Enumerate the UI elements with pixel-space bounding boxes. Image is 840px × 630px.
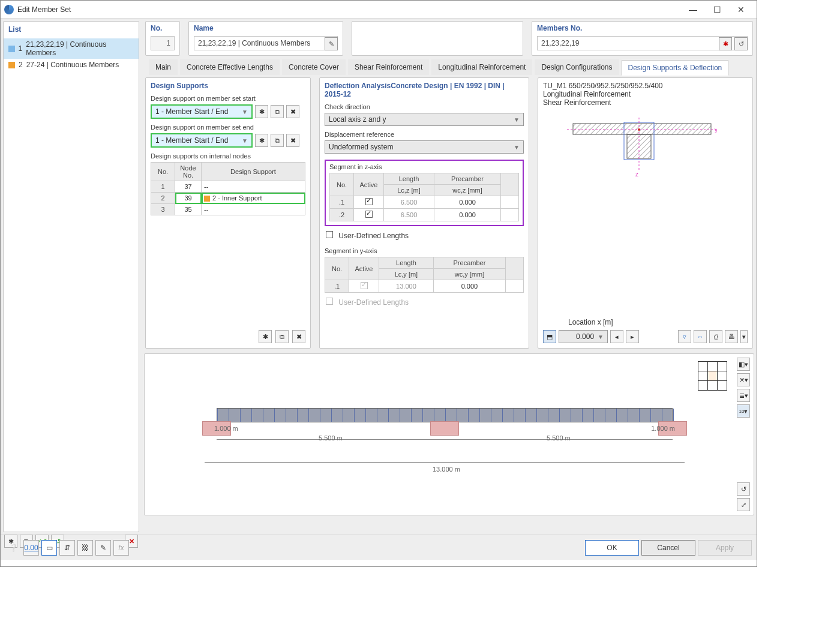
segment-z-table[interactable]: No. Active Length Precamber Lc,z [m] wc,… — [329, 173, 519, 221]
tab-concrete-cover[interactable]: Concrete Cover — [282, 59, 346, 75]
check-direction-dd[interactable]: Local axis z and y▼ — [325, 113, 524, 126]
udl-y-row: User-Defined Lengths — [326, 298, 524, 307]
active-checkbox — [361, 282, 368, 289]
new-support-icon[interactable]: ✱ — [255, 134, 268, 147]
print-icon[interactable]: 🖶 — [725, 330, 738, 343]
maximize-button[interactable]: ☐ — [705, 1, 729, 18]
help-icon[interactable]: ❔ — [5, 540, 21, 556]
iso-view-icon[interactable]: ◧▾ — [737, 358, 750, 371]
dimension-icon[interactable]: ↔ — [694, 330, 707, 343]
support-end-label: Design support on member set end — [151, 124, 305, 131]
section-glyph-icon[interactable]: ⬒ — [543, 330, 556, 343]
lib-support-icon[interactable]: ⧉ — [271, 105, 284, 118]
list-item-num: 1 — [19, 44, 23, 53]
dim-overhang-l: 1.000 m — [214, 425, 238, 432]
name-field[interactable]: 21,23,22,19 | Continuous Members — [194, 36, 338, 50]
copy-row-icon[interactable]: ⧉ — [275, 330, 289, 343]
active-checkbox[interactable] — [365, 211, 373, 218]
units-icon[interactable]: 0.00 — [23, 540, 39, 556]
tab-main[interactable]: Main — [149, 59, 178, 75]
th-no: No. — [151, 163, 175, 181]
tab-design-configurations[interactable]: Design Configurations — [535, 59, 619, 75]
tab-shear-reinforcement[interactable]: Shear Reinforcement — [348, 59, 429, 75]
segment-y-label: Segment in y-axis — [325, 247, 524, 254]
color-swatch — [204, 196, 210, 202]
displacement-ref-dd[interactable]: Undeformed system▼ — [325, 140, 524, 154]
udl-y-checkbox — [326, 298, 333, 305]
list-item[interactable]: 1 21,23,22,19 | Continuous Members — [4, 38, 139, 59]
svg-rect-1 — [573, 124, 711, 134]
table-row[interactable]: .2 6.500 0.000 — [330, 209, 519, 221]
dim-span1: 5.500 m — [319, 434, 343, 442]
table-row[interactable]: .1 13.000 0.000 — [325, 280, 524, 293]
filter-icon[interactable]: ▿ — [678, 330, 691, 343]
reverse-members-icon[interactable]: ↺ — [734, 37, 748, 50]
layers-icon[interactable]: ≣▾ — [737, 389, 750, 402]
location-x-label: Location x [m] — [568, 318, 748, 326]
chevron-down-icon: ▼ — [514, 144, 520, 151]
zoom-extents-icon[interactable]: ⤢ — [737, 498, 750, 511]
info-line-longitudinal: Longitudinal Reinforcement — [543, 90, 748, 98]
support-start-dd[interactable]: 1 - Member Start / End▼ — [151, 104, 253, 119]
new-support-icon[interactable]: ✱ — [255, 105, 268, 118]
ok-button[interactable]: OK — [585, 540, 639, 556]
deflection-title: Deflection AnalysisConcrete Design | EN … — [325, 82, 524, 98]
location-x-dd[interactable]: 0.000▼ — [559, 330, 608, 343]
location-prev-icon[interactable]: ◂ — [610, 330, 623, 343]
internal-supports-table[interactable]: No. Node No. Design Support 1 37 -- 2 39… — [151, 162, 305, 215]
edit-name-icon[interactable]: ✎ — [325, 37, 338, 50]
chevron-down-icon: ▼ — [514, 116, 520, 123]
udl-z-row[interactable]: User-Defined Lengths — [326, 231, 524, 240]
support-start-label: Design support on member set start — [151, 95, 305, 102]
segment-y-table[interactable]: No. Active Length Precamber Lc,y [m] wc,… — [325, 257, 524, 293]
tab-design-supports-deflection[interactable]: Design Supports & Deflection — [622, 60, 729, 76]
udl-z-checkbox[interactable] — [326, 231, 333, 238]
beam — [217, 408, 673, 422]
chevron-down-icon: ▼ — [598, 334, 604, 340]
window-title: Edit Member Set — [17, 5, 681, 14]
axis-setup-icon[interactable]: ⇵ — [59, 540, 75, 556]
name-label: Name — [194, 24, 338, 32]
reset-view-icon[interactable]: ↺ — [737, 482, 750, 496]
tab-longitudinal-reinforcement[interactable]: Longitudinal Reinforcement — [431, 59, 532, 75]
tab-bar: Main Concrete Effective Lengths Concrete… — [142, 59, 757, 75]
list-item-label: 27-24 | Continuous Members — [26, 61, 119, 69]
internal-supports-label: Design supports on internal nodes — [151, 152, 305, 160]
cancel-button[interactable]: Cancel — [641, 540, 695, 556]
table-row[interactable]: 3 35 -- — [151, 204, 305, 215]
clear-support-icon[interactable]: ✖ — [286, 105, 299, 118]
table-row[interactable]: .1 6.500 0.000 — [330, 196, 519, 209]
member-preview[interactable]: ◧▾ ⤧▾ ≣▾ 10▾ ↺ ⤢ 1.000 m 1.000 m 5.500 m… — [144, 353, 754, 515]
support-end-dd[interactable]: 1 - Member Start / End▼ — [151, 133, 253, 148]
list-item-num: 2 — [19, 61, 23, 69]
dim-overhang-r: 1.000 m — [651, 425, 675, 432]
minimize-button[interactable]: — — [681, 1, 705, 18]
support-end-value: 1 - Member Start / End — [155, 136, 228, 145]
chain-icon[interactable]: ⛓ — [77, 540, 93, 556]
lib-support-icon[interactable]: ⧉ — [271, 134, 284, 147]
axes-icon[interactable]: ⤧▾ — [737, 373, 750, 386]
delete-row-icon[interactable]: ✖ — [292, 330, 305, 343]
location-next-icon[interactable]: ▸ — [626, 330, 639, 343]
export-icon[interactable]: ⎙ — [709, 330, 722, 343]
list-item[interactable]: 2 27-24 | Continuous Members — [4, 59, 139, 71]
active-checkbox[interactable] — [365, 198, 373, 205]
new-row-icon[interactable]: ✱ — [259, 330, 272, 343]
clear-support-icon[interactable]: ✖ — [286, 134, 299, 147]
viewcube-icon[interactable] — [698, 361, 727, 391]
pick-members-icon[interactable]: ✱ — [719, 37, 732, 50]
app-icon — [4, 5, 14, 14]
no-field: 1 — [151, 36, 175, 50]
table-row[interactable]: 2 39 2 - Inner Support — [151, 193, 305, 204]
script-icon[interactable]: ✎ — [95, 540, 111, 556]
scale-icon[interactable]: 10▾ — [737, 404, 750, 418]
table-row[interactable]: 1 37 -- — [151, 181, 305, 193]
info-line-shear: Shear Reinforcement — [543, 98, 748, 107]
print-dd-icon[interactable]: ▾ — [740, 330, 748, 343]
tab-effective-lengths[interactable]: Concrete Effective Lengths — [180, 59, 280, 75]
close-button[interactable]: ✕ — [729, 1, 753, 18]
members-no-field[interactable]: 21,23,22,19 — [537, 36, 748, 50]
member-set-list[interactable]: 1 21,23,22,19 | Continuous Members 2 27-… — [4, 37, 139, 532]
view-icon[interactable]: ▭ — [41, 540, 57, 556]
fx-icon[interactable]: fx — [113, 540, 129, 556]
